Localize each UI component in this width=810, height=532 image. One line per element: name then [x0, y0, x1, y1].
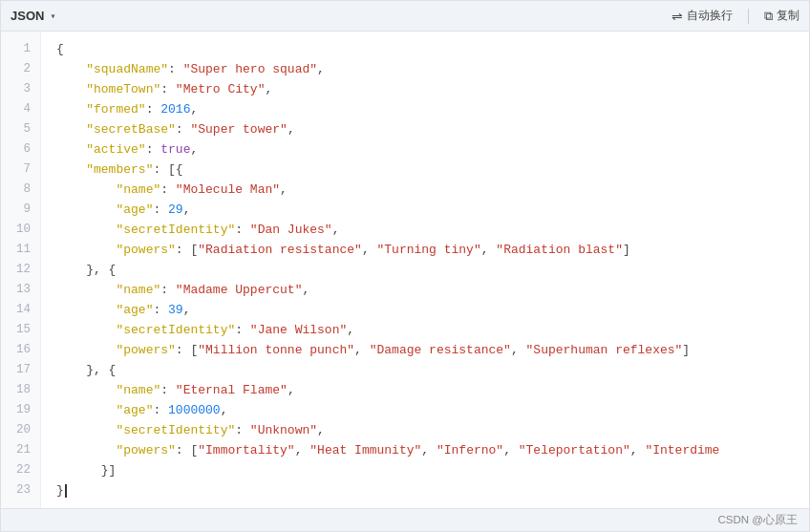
token-key: "name" [116, 280, 160, 300]
dropdown-icon[interactable]: ▾ [50, 11, 55, 22]
token-punc: , [288, 380, 295, 400]
token-ws [56, 160, 86, 180]
token-punc: : [153, 200, 168, 220]
token-punc: , [190, 99, 198, 119]
code-line: "homeTown": "Metro City", [56, 79, 809, 99]
token-key: "secretIdentity" [116, 220, 235, 240]
token-str: "Super tower" [190, 119, 287, 139]
token-punc: , [295, 440, 310, 460]
line-number: 17 [1, 360, 40, 380]
line-number: 8 [1, 180, 40, 200]
token-str: "Metro City" [176, 79, 266, 99]
token-key: "powers" [116, 240, 175, 260]
token-punc: : [160, 380, 176, 400]
token-str: "Eternal Flame" [176, 380, 288, 400]
token-bool: true [160, 139, 190, 160]
token-punc: , [354, 340, 370, 360]
code-line: "name": "Madame Uppercut", [56, 280, 809, 300]
token-punc: : [160, 180, 176, 200]
token-punc: , [630, 440, 646, 460]
code-line: { [56, 39, 809, 59]
code-line: }] [56, 460, 809, 480]
token-ws [56, 180, 116, 200]
token-num: 39 [168, 300, 183, 320]
token-punc: , [183, 300, 191, 320]
toolbar-divider [748, 9, 749, 24]
token-punc: , [421, 440, 437, 460]
code-line: "secretIdentity": "Jane Wilson", [56, 320, 809, 340]
line-number: 7 [1, 160, 40, 180]
token-str: "Million tonne punch" [198, 340, 354, 360]
token-str: "Super hero squad" [183, 59, 317, 79]
copy-button[interactable]: ⧉ 复制 [764, 8, 799, 24]
token-punc: : [ [176, 240, 198, 260]
line-number: 4 [1, 99, 40, 119]
token-ws [56, 380, 116, 400]
token-punc: , [280, 180, 288, 200]
token-punc: , [503, 440, 519, 460]
copy-icon: ⧉ [764, 9, 773, 24]
token-punc: , [481, 240, 497, 260]
token-ws [56, 360, 86, 380]
auto-wrap-icon: ⇌ [671, 9, 683, 24]
token-ws [56, 79, 86, 99]
token-punc: , [317, 59, 325, 79]
code-content[interactable]: { "squadName": "Super hero squad", "home… [41, 32, 809, 508]
token-str: "Dan Jukes" [250, 220, 332, 240]
token-punc: } [56, 480, 64, 500]
token-punc: ] [623, 240, 630, 260]
token-str: "Superhuman reflexes" [526, 340, 683, 360]
token-num: 2016 [160, 99, 190, 119]
token-punc: , [332, 220, 340, 240]
line-number: 9 [1, 200, 40, 220]
copy-label: 复制 [777, 8, 799, 24]
line-number: 23 [1, 480, 40, 500]
token-punc: , [183, 200, 191, 220]
token-punc: : [168, 59, 183, 79]
code-line: "active": true, [56, 139, 809, 160]
token-key: "age" [116, 200, 153, 220]
token-ws [56, 220, 116, 240]
token-ws [56, 320, 116, 340]
code-line: }, { [56, 260, 809, 280]
token-ws [56, 420, 116, 440]
line-number: 19 [1, 400, 40, 420]
token-ws [56, 119, 86, 139]
token-punc: : [160, 79, 176, 99]
token-punc: , [265, 79, 272, 99]
code-line: "secretBase": "Super tower", [56, 119, 809, 139]
token-str: "Teleportation" [519, 440, 630, 460]
token-str: "Interdime [645, 440, 719, 460]
token-punc: , [190, 139, 198, 160]
code-line: "secretIdentity": "Dan Jukes", [56, 220, 809, 240]
code-line: "formed": 2016, [56, 99, 809, 119]
text-cursor [65, 484, 67, 498]
token-ws [56, 400, 116, 420]
token-punc: : [160, 280, 176, 300]
token-ws [56, 260, 86, 280]
token-punc: { [56, 39, 64, 59]
token-punc: }, { [86, 260, 116, 280]
token-str: "Unknown" [250, 420, 317, 440]
token-key: "members" [86, 160, 153, 180]
token-ws [56, 200, 116, 220]
token-key: "active" [86, 139, 145, 160]
token-key: "powers" [116, 340, 175, 360]
line-number: 22 [1, 460, 40, 480]
token-punc: : [ [176, 340, 198, 360]
token-punc: : [176, 119, 191, 139]
code-line: "name": "Molecule Man", [56, 180, 809, 200]
token-str: "Madame Uppercut" [176, 280, 303, 300]
token-punc: , [221, 400, 228, 420]
brand-label: CSDN @心原王 [718, 513, 798, 527]
line-number: 2 [1, 59, 40, 79]
token-num: 29 [168, 200, 183, 220]
line-number: 18 [1, 380, 40, 400]
code-line: "age": 29, [56, 200, 809, 220]
code-line: "squadName": "Super hero squad", [56, 59, 809, 79]
auto-wrap-button[interactable]: ⇌ 自动换行 [671, 8, 733, 24]
format-label[interactable]: JSON [11, 9, 44, 23]
line-number: 12 [1, 260, 40, 280]
code-area: 1234567891011121314151617181920212223 { … [1, 32, 809, 508]
token-str: "Turning tiny" [377, 240, 481, 260]
